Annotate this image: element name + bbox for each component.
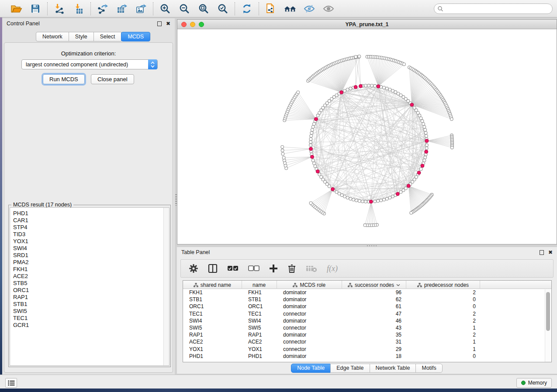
import-table-button[interactable] bbox=[72, 2, 85, 15]
mcds-result-list[interactable]: PHD1CAR1STP4TID3YOX1SWI4SRD1PMA2FKH1ACE2… bbox=[10, 207, 170, 366]
network-node[interactable] bbox=[419, 168, 422, 171]
network-node[interactable] bbox=[340, 91, 343, 94]
network-node[interactable] bbox=[316, 170, 319, 173]
tab-style[interactable]: Style bbox=[69, 32, 94, 41]
column-header-successor-nodes[interactable]: successor nodes bbox=[342, 281, 406, 289]
network-node[interactable] bbox=[410, 211, 413, 214]
network-node[interactable] bbox=[364, 200, 367, 203]
network-node[interactable] bbox=[281, 149, 284, 152]
table-row[interactable]: SWI5SWI5connector431 bbox=[183, 324, 551, 331]
double-house-button[interactable] bbox=[284, 2, 297, 15]
network-node[interactable] bbox=[349, 87, 352, 90]
network-node[interactable] bbox=[399, 190, 402, 193]
select-all-button[interactable] bbox=[227, 265, 239, 272]
mcds-result-item[interactable]: STB1 bbox=[13, 301, 169, 308]
mcds-result-item[interactable]: PHD1 bbox=[13, 210, 169, 217]
network-node[interactable] bbox=[383, 86, 386, 89]
network-node[interactable] bbox=[309, 147, 313, 151]
tab-mcds[interactable]: MCDS bbox=[121, 32, 150, 41]
network-node[interactable] bbox=[346, 196, 349, 199]
memory-button[interactable]: Memory bbox=[516, 378, 552, 388]
maximize-window-icon[interactable] bbox=[199, 22, 204, 27]
network-node[interactable] bbox=[358, 199, 361, 203]
mcds-result-item[interactable]: STP4 bbox=[13, 224, 169, 231]
document-share-button[interactable] bbox=[264, 2, 277, 15]
zoom-in-button[interactable] bbox=[159, 2, 172, 15]
network-node[interactable] bbox=[424, 128, 427, 131]
network-node[interactable] bbox=[377, 199, 380, 203]
run-mcds-button[interactable]: Run MCDS bbox=[43, 74, 85, 84]
mcds-list-scrollbar[interactable] bbox=[163, 208, 169, 365]
close-table-panel-icon[interactable]: ✖ bbox=[548, 250, 553, 255]
network-node[interactable] bbox=[310, 131, 313, 134]
network-node[interactable] bbox=[297, 91, 300, 94]
network-node[interactable] bbox=[312, 122, 315, 125]
zoom-fit-button[interactable] bbox=[197, 2, 210, 15]
network-node[interactable] bbox=[374, 84, 377, 87]
network-node[interactable] bbox=[367, 84, 370, 87]
table-row[interactable]: ORC1ORC1dominator610 bbox=[183, 303, 551, 310]
network-node[interactable] bbox=[417, 171, 421, 175]
tab-node-table[interactable]: Node Table bbox=[291, 364, 331, 373]
network-node[interactable] bbox=[359, 84, 362, 88]
optimization-criterion-select[interactable]: largest connected component (undirected) bbox=[21, 59, 158, 69]
network-node[interactable] bbox=[426, 144, 429, 147]
show-column-panel-button[interactable] bbox=[208, 264, 218, 273]
export-network-button[interactable] bbox=[96, 2, 109, 15]
tab-select[interactable]: Select bbox=[93, 32, 122, 41]
network-node[interactable] bbox=[311, 155, 314, 158]
network-node[interactable] bbox=[425, 150, 428, 154]
search-input[interactable] bbox=[434, 3, 553, 14]
refresh-layout-button[interactable] bbox=[240, 2, 253, 15]
network-node[interactable] bbox=[385, 87, 388, 90]
network-node[interactable] bbox=[311, 125, 315, 128]
network-node[interactable] bbox=[314, 165, 317, 168]
network-node[interactable] bbox=[310, 134, 313, 138]
add-column-button[interactable] bbox=[269, 264, 278, 273]
eye-slash-button[interactable] bbox=[303, 2, 316, 15]
network-node[interactable] bbox=[354, 85, 357, 89]
network-node[interactable] bbox=[391, 195, 394, 198]
network-node[interactable] bbox=[311, 128, 314, 131]
mcds-result-item[interactable]: STB5 bbox=[13, 280, 169, 287]
network-node[interactable] bbox=[282, 156, 285, 159]
table-row[interactable]: PHD1PHD1dominator180 bbox=[183, 353, 551, 360]
float-panel-icon[interactable] bbox=[157, 21, 162, 26]
tab-edge-table[interactable]: Edge Table bbox=[330, 364, 370, 373]
network-node[interactable] bbox=[394, 91, 397, 94]
show-log-button[interactable] bbox=[5, 378, 17, 388]
close-panel-icon[interactable]: ✖ bbox=[166, 21, 170, 26]
network-node[interactable] bbox=[388, 196, 391, 199]
float-table-panel-icon[interactable] bbox=[540, 250, 544, 255]
network-node[interactable] bbox=[410, 103, 414, 107]
tab-motifs[interactable]: Motifs bbox=[415, 364, 442, 373]
network-node[interactable] bbox=[340, 194, 343, 197]
network-node[interactable] bbox=[343, 195, 346, 198]
mcds-result-item[interactable]: PMA2 bbox=[13, 259, 169, 266]
export-image-button[interactable] bbox=[135, 2, 148, 15]
mcds-result-item[interactable]: ACE2 bbox=[13, 273, 169, 280]
network-node[interactable] bbox=[377, 85, 380, 88]
unselect-all-button[interactable] bbox=[248, 265, 259, 272]
column-header-shared-name[interactable]: shared name bbox=[183, 281, 242, 289]
network-node[interactable] bbox=[312, 162, 315, 165]
column-header-MCDS-role[interactable]: MCDS role bbox=[277, 281, 343, 289]
network-node[interactable] bbox=[374, 200, 377, 203]
mcds-result-item[interactable]: RAP1 bbox=[13, 294, 169, 301]
network-node[interactable] bbox=[407, 184, 410, 188]
delete-column-button[interactable] bbox=[287, 264, 296, 273]
network-node[interactable] bbox=[423, 125, 426, 128]
mcds-result-item[interactable]: SRD1 bbox=[13, 252, 169, 259]
mcds-result-item[interactable]: FKH1 bbox=[13, 266, 169, 273]
column-header-name[interactable]: name bbox=[242, 281, 277, 289]
table-row[interactable]: TEC1TEC1connector472 bbox=[183, 310, 551, 317]
network-node[interactable] bbox=[355, 199, 358, 202]
network-node[interactable] bbox=[354, 55, 357, 58]
tab-network[interactable]: Network bbox=[36, 32, 69, 41]
table-settings-button[interactable] bbox=[189, 264, 198, 273]
open-file-button[interactable] bbox=[10, 2, 23, 15]
network-node[interactable] bbox=[419, 117, 422, 120]
network-node[interactable] bbox=[309, 202, 312, 205]
network-node[interactable] bbox=[309, 144, 312, 147]
network-node[interactable] bbox=[331, 187, 335, 191]
